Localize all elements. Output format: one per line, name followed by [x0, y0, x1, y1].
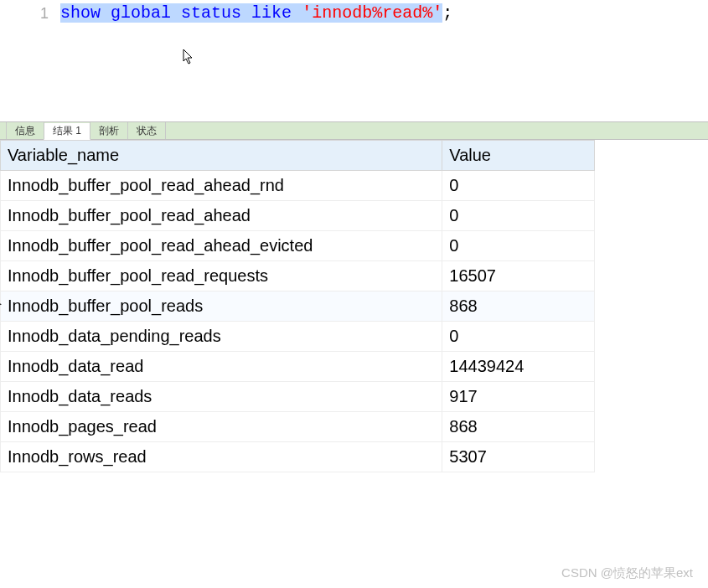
table-row[interactable]: Innodb_data_pending_reads 0 [1, 322, 595, 352]
tab-info[interactable]: 信息 [6, 122, 44, 139]
cell-value[interactable]: 917 [442, 382, 595, 412]
tab-result1[interactable]: 结果 1 [44, 123, 90, 140]
sql-keyword-status: status [181, 3, 241, 23]
cell-value[interactable]: 0 [442, 231, 595, 261]
tab-profile[interactable]: 剖析 [90, 122, 128, 139]
table-row[interactable]: Innodb_buffer_pool_read_requests 16507 [1, 261, 595, 291]
sql-keyword-show: show [60, 3, 101, 23]
line-number: 1 [0, 3, 60, 23]
table-header-row: Variable_name Value [1, 141, 595, 171]
header-variable-name[interactable]: Variable_name [1, 141, 442, 171]
sql-editor[interactable]: 1 show global status like 'innodb%read%'… [0, 0, 708, 121]
watermark: CSDN @愤怒的苹果ext [561, 565, 693, 581]
cell-variable-name[interactable]: Innodb_data_pending_reads [1, 322, 442, 352]
code-line: 1 show global status like 'innodb%read%'… [0, 0, 708, 23]
table-row-current[interactable]: ▸Innodb_buffer_pool_reads 868 [1, 291, 595, 322]
table-row[interactable]: Innodb_buffer_pool_read_ahead_rnd 0 [1, 171, 595, 201]
cell-value[interactable]: 16507 [442, 261, 595, 291]
cursor-icon [183, 49, 196, 70]
cell-variable-name[interactable]: Innodb_pages_read [1, 412, 442, 442]
tab-status[interactable]: 状态 [127, 122, 166, 139]
table-row[interactable]: Innodb_rows_read 5307 [1, 442, 595, 472]
cell-variable-name[interactable]: Innodb_data_read [1, 352, 442, 382]
sql-keyword-like: like [251, 3, 292, 23]
cell-variable-name[interactable]: Innodb_buffer_pool_read_ahead_evicted [1, 231, 442, 261]
table-row[interactable]: Innodb_pages_read 868 [1, 412, 595, 442]
cell-variable-name[interactable]: Innodb_rows_read [1, 442, 442, 472]
results-table[interactable]: Variable_name Value Innodb_buffer_pool_r… [0, 140, 595, 472]
cell-value[interactable]: 5307 [442, 442, 595, 472]
header-value[interactable]: Value [442, 141, 595, 171]
cell-value[interactable]: 868 [442, 412, 595, 442]
sql-string: 'innodb%read%' [302, 3, 442, 23]
sql-keyword-global: global [111, 3, 171, 23]
cell-variable-name[interactable]: ▸Innodb_buffer_pool_reads [1, 291, 442, 322]
cell-value[interactable]: 868 [442, 291, 595, 322]
result-tabs: 信息 结果 1 剖析 状态 [0, 121, 708, 140]
sql-semicolon: ; [442, 3, 452, 23]
cell-variable-name[interactable]: Innodb_buffer_pool_read_ahead_rnd [1, 171, 442, 201]
sql-code[interactable]: show global status like 'innodb%read%'; [60, 3, 452, 23]
table-row[interactable]: Innodb_data_read 14439424 [1, 352, 595, 382]
table-row[interactable]: Innodb_buffer_pool_read_ahead 0 [1, 201, 595, 231]
cell-value[interactable]: 0 [442, 322, 595, 352]
table-row[interactable]: Innodb_buffer_pool_read_ahead_evicted 0 [1, 231, 595, 261]
cell-variable-name[interactable]: Innodb_data_reads [1, 382, 442, 412]
row-indicator-icon: ▸ [0, 297, 2, 310]
cell-variable-name[interactable]: Innodb_buffer_pool_read_requests [1, 261, 442, 291]
cell-value[interactable]: 0 [442, 171, 595, 201]
cell-variable-name[interactable]: Innodb_buffer_pool_read_ahead [1, 201, 442, 231]
cell-value[interactable]: 0 [442, 201, 595, 231]
table-row[interactable]: Innodb_data_reads 917 [1, 382, 595, 412]
cell-value[interactable]: 14439424 [442, 352, 595, 382]
results-panel: Variable_name Value Innodb_buffer_pool_r… [0, 140, 708, 472]
